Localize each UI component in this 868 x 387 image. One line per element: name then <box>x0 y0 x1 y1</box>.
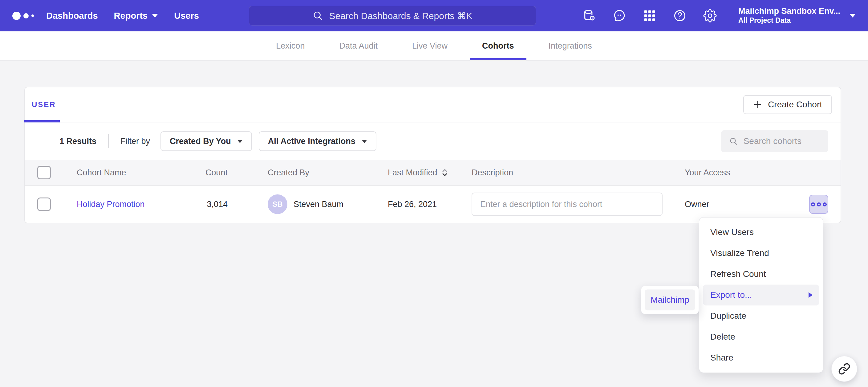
tab-live-view[interactable]: Live View <box>400 31 460 60</box>
feedback-icon[interactable] <box>613 9 626 23</box>
global-search-button[interactable]: Search Dashboards & Reports ⌘K <box>249 6 536 26</box>
nav-users-label: Users <box>174 11 199 21</box>
plus-icon <box>753 100 762 109</box>
row-actions-button[interactable] <box>809 195 828 214</box>
search-icon <box>312 10 323 21</box>
cohort-search-input[interactable] <box>744 136 820 146</box>
tab-cohorts[interactable]: Cohorts <box>470 31 526 60</box>
filter-by-label: Filter by <box>120 137 150 146</box>
row-actions-menu: View Users Visualize Trend Refresh Count… <box>699 217 823 373</box>
column-last-modified-label: Last Modified <box>388 168 437 177</box>
project-scope: All Project Data <box>738 16 840 25</box>
cohort-search-field <box>721 130 828 152</box>
submenu-item-mailchimp[interactable]: Mailchimp <box>645 289 695 310</box>
nav-item-dashboards[interactable]: Dashboards <box>46 11 98 21</box>
chevron-down-icon <box>152 14 158 17</box>
nav-reports-label: Reports <box>114 11 148 21</box>
chevron-down-icon <box>237 140 243 143</box>
data-management-icon[interactable] <box>583 9 596 23</box>
access-level: Owner <box>685 200 802 209</box>
filter-toolbar: 1 Results Filter by Created By You All A… <box>25 122 841 160</box>
nav-dashboards-label: Dashboards <box>46 11 98 21</box>
tab-integrations[interactable]: Integrations <box>536 31 604 60</box>
menu-item-delete[interactable]: Delete <box>699 326 823 347</box>
nav-item-reports[interactable]: Reports <box>114 11 158 21</box>
menu-item-share[interactable]: Share <box>699 347 823 368</box>
section-tabbar: Lexicon Data Audit Live View Cohorts Int… <box>0 31 868 61</box>
logo-dot-small <box>31 14 34 17</box>
created-by-name: Steven Baum <box>293 200 343 209</box>
search-icon <box>729 136 738 146</box>
cohorts-panel-header: USER Create Cohort <box>25 87 841 122</box>
project-switcher[interactable]: Mailchimp Sandbox Env... All Project Dat… <box>738 6 856 25</box>
apps-grid-icon[interactable] <box>643 9 656 23</box>
select-all-checkbox[interactable] <box>37 166 51 179</box>
menu-item-view-users[interactable]: View Users <box>699 222 823 243</box>
integrations-filter-value: All Active Integrations <box>268 137 355 146</box>
column-count: Count <box>169 168 228 177</box>
menu-item-export-to-label: Export to... <box>710 290 752 300</box>
settings-gear-icon[interactable] <box>703 9 717 23</box>
create-cohort-label: Create Cohort <box>768 100 822 109</box>
logo-dot-medium <box>23 13 29 19</box>
last-modified-date: Feb 26, 2021 <box>388 200 472 209</box>
cohorts-panel: USER Create Cohort 1 Results Filter by C… <box>24 87 841 223</box>
menu-item-export-to[interactable]: Export to... <box>703 285 819 306</box>
more-dot <box>817 203 821 206</box>
column-created-by: Created By <box>268 168 388 177</box>
top-nav-right: Mailchimp Sandbox Env... All Project Dat… <box>583 6 856 25</box>
description-input[interactable] <box>472 192 662 216</box>
tab-lexicon[interactable]: Lexicon <box>264 31 317 60</box>
sort-icon <box>441 168 448 177</box>
created-by-filter-value: Created By You <box>170 137 231 146</box>
tab-user-cohorts[interactable]: USER <box>32 100 56 109</box>
top-navigation: Dashboards Reports Users Search Dashboar… <box>0 0 868 31</box>
logo-dot-large <box>12 12 21 20</box>
chevron-down-icon <box>849 14 856 17</box>
copy-link-button[interactable] <box>831 356 857 382</box>
more-dot <box>811 203 815 206</box>
project-info: Mailchimp Sandbox Env... All Project Dat… <box>738 6 840 25</box>
submenu-arrow-icon <box>809 292 812 298</box>
help-icon[interactable] <box>673 9 687 23</box>
project-name: Mailchimp Sandbox Env... <box>738 6 840 16</box>
created-by-filter-dropdown[interactable]: Created By You <box>160 131 252 151</box>
divider <box>108 134 109 148</box>
row-checkbox[interactable] <box>37 198 51 211</box>
more-dot <box>823 203 827 206</box>
export-submenu: Mailchimp <box>641 286 699 314</box>
table-header: Cohort Name Count Created By Last Modifi… <box>25 160 841 186</box>
results-count: 1 Results <box>59 137 96 146</box>
active-tab-underline <box>24 120 60 122</box>
chevron-down-icon <box>362 140 367 143</box>
tab-data-audit[interactable]: Data Audit <box>327 31 390 60</box>
menu-item-visualize-trend[interactable]: Visualize Trend <box>699 243 823 263</box>
column-last-modified[interactable]: Last Modified <box>388 168 472 177</box>
nav-item-users[interactable]: Users <box>174 11 199 21</box>
create-cohort-button[interactable]: Create Cohort <box>743 95 832 114</box>
column-your-access: Your Access <box>685 168 802 177</box>
column-description: Description <box>472 168 685 177</box>
mixpanel-logo[interactable] <box>12 12 46 20</box>
cohort-count: 3,014 <box>169 200 228 209</box>
avatar: SB <box>268 195 287 214</box>
cohort-name-link[interactable]: Holiday Promotion <box>77 200 145 209</box>
menu-item-duplicate[interactable]: Duplicate <box>699 306 823 326</box>
link-icon <box>838 363 850 375</box>
integrations-filter-dropdown[interactable]: All Active Integrations <box>259 131 376 151</box>
global-search-placeholder: Search Dashboards & Reports ⌘K <box>329 10 472 21</box>
column-cohort-name: Cohort Name <box>77 168 169 177</box>
menu-item-refresh-count[interactable]: Refresh Count <box>699 263 823 285</box>
